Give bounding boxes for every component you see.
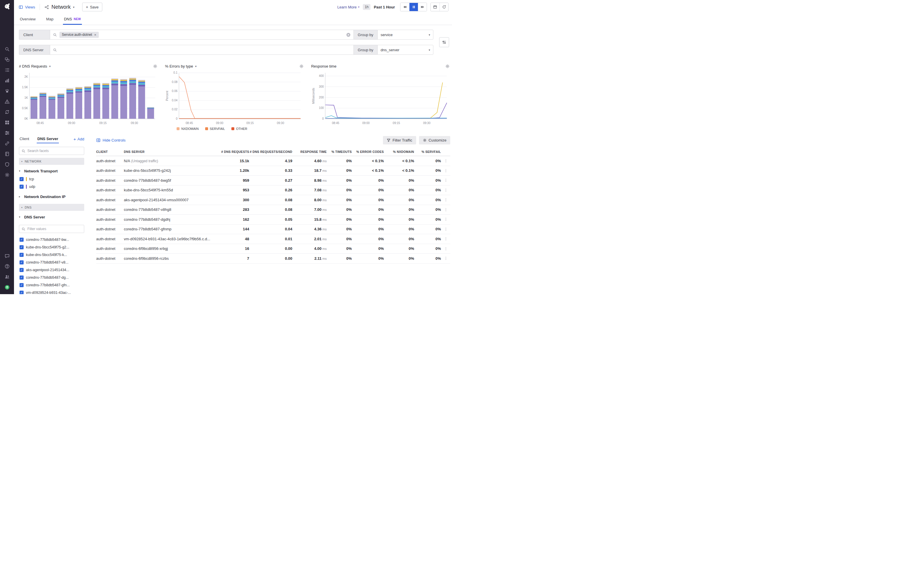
host-map-icon[interactable]: [0, 54, 14, 65]
monitors-icon[interactable]: [0, 96, 14, 107]
watchdog-icon[interactable]: [0, 86, 14, 96]
pause-button[interactable]: [409, 3, 418, 11]
users-icon[interactable]: [0, 271, 14, 282]
facet-group-network-transport[interactable]: ▾Network Transport: [19, 167, 84, 175]
facet-section-network[interactable]: ▾NETWORK: [19, 158, 84, 165]
facet-item[interactable]: ✓kube-dns-5bcc549f75-g2...: [19, 243, 84, 251]
fast-forward-button[interactable]: [418, 3, 427, 11]
infrastructure-icon[interactable]: [0, 117, 14, 128]
search-facets-input[interactable]: [27, 149, 82, 153]
checkbox[interactable]: ✓: [19, 283, 24, 287]
facet-tab-client[interactable]: Client: [19, 135, 30, 143]
column-header-response-time[interactable]: RESPONSE TIME: [293, 150, 327, 153]
time-range-label[interactable]: Past 1 Hour: [374, 5, 395, 9]
row-menu-icon[interactable]: [441, 256, 450, 260]
page-title-dropdown[interactable]: Network ▾: [44, 4, 74, 10]
facet-item[interactable]: ✓kube-dns-5bcc549f75-k...: [19, 251, 84, 259]
dns-server-search-input[interactable]: [50, 45, 354, 55]
row-menu-icon[interactable]: [441, 178, 450, 182]
facet-item[interactable]: ✓coredns-77b8db5487-dg...: [19, 274, 84, 281]
notebooks-icon[interactable]: [0, 148, 14, 159]
checkbox[interactable]: ✓: [19, 291, 24, 294]
column-header--timeouts[interactable]: % TIMEOUTS: [327, 150, 352, 153]
checkbox[interactable]: ✓: [19, 245, 24, 249]
table-row[interactable]: auth-dotnetcoredns-77b8db5487-gfnmp1440.…: [96, 225, 450, 235]
time-range-badge[interactable]: 1h: [363, 4, 370, 10]
hide-controls-link[interactable]: Hide Controls: [96, 138, 126, 142]
table-row[interactable]: auth-dotnetN/A (Untagged traffic)15.1k4.…: [96, 156, 450, 166]
table-row[interactable]: auth-dotnetkube-dns-5bcc549f75-km55d9530…: [96, 186, 450, 195]
table-row[interactable]: auth-dotnetvm-d0928524-b931-43ac-4c83-1e…: [96, 234, 450, 244]
synthetics-icon[interactable]: [0, 107, 14, 117]
security-icon[interactable]: [0, 159, 14, 170]
facet-group-dns-server[interactable]: ▾DNS Server: [19, 213, 84, 221]
checkbox[interactable]: ✓: [19, 184, 24, 189]
remove-tag-icon[interactable]: ×: [94, 33, 96, 37]
checkbox[interactable]: ✓: [19, 260, 24, 265]
customize-button[interactable]: Customize: [419, 136, 450, 145]
client-group-by-select[interactable]: service▾: [378, 30, 433, 39]
facet-item[interactable]: ✓coredns-77b8db5487-v8...: [19, 259, 84, 266]
table-row[interactable]: auth-dotnetcoredns-6f9bcd8956-xrbgj160.0…: [96, 244, 450, 254]
facet-section-dns[interactable]: ▾DNS: [19, 204, 84, 211]
checkbox[interactable]: ✓: [19, 238, 24, 242]
column-header-dns-server[interactable]: DNS SERVER: [124, 150, 217, 153]
facet-filter-input[interactable]: [27, 227, 82, 231]
apm-icon[interactable]: [0, 138, 14, 148]
chart-settings-button[interactable]: [299, 64, 303, 68]
table-row[interactable]: auth-dotnetaks-agentpool-21451434-vmss00…: [96, 195, 450, 205]
chart-settings-button[interactable]: [153, 64, 157, 68]
tab-dns[interactable]: DNS NEW: [63, 14, 82, 25]
swap-group-by-button[interactable]: [439, 37, 449, 47]
row-menu-icon[interactable]: [441, 159, 450, 163]
facet-tab-dns-server[interactable]: DNS Server: [37, 135, 59, 143]
row-menu-icon[interactable]: [441, 247, 450, 251]
column-header--nxdomain[interactable]: % NXDOMAIN: [384, 150, 415, 153]
dns-requests-metric-dropdown[interactable]: # DNS Requests▾: [19, 64, 51, 68]
column-header-client[interactable]: CLIENT: [96, 150, 124, 153]
facet-item[interactable]: ✓udp: [19, 183, 84, 191]
filter-traffic-button[interactable]: Filter Traffic: [383, 136, 416, 145]
filter-tag[interactable]: Service:auth-dotnet ×: [60, 32, 99, 38]
learn-more-link[interactable]: Learn More ▾: [337, 5, 359, 9]
clear-input-icon[interactable]: [346, 33, 351, 37]
upgrade-icon[interactable]: [0, 282, 14, 292]
facet-group-network-destination-ip[interactable]: ▸Network Destination IP: [19, 192, 84, 201]
checkbox[interactable]: ✓: [19, 253, 24, 257]
facet-item[interactable]: ✓coredns-77b8db5487-gfn...: [19, 281, 84, 289]
chart-settings-button[interactable]: [445, 64, 450, 68]
tab-overview[interactable]: Overview: [19, 14, 36, 25]
table-row[interactable]: auth-dotnetcoredns-77b8db5487-bwg5f9590.…: [96, 176, 450, 186]
settings-icon[interactable]: [0, 170, 14, 180]
chat-icon[interactable]: [0, 251, 14, 261]
client-search-input[interactable]: Service:auth-dotnet ×: [50, 30, 354, 39]
row-menu-icon[interactable]: [441, 169, 450, 173]
facet-item[interactable]: ✓tcp: [19, 175, 84, 183]
dns-server-group-by-select[interactable]: dns_server▾: [378, 45, 433, 55]
add-facet-button[interactable]: + Add: [73, 137, 84, 142]
table-row[interactable]: auth-dotnetkube-dns-5bcc549f75-g242j1.20…: [96, 166, 450, 176]
checkbox[interactable]: ✓: [19, 268, 24, 272]
row-menu-icon[interactable]: [441, 198, 450, 202]
table-row[interactable]: auth-dotnetcoredns-77b8db5487-v8hg82830.…: [96, 205, 450, 215]
processes-icon[interactable]: [0, 128, 14, 138]
legend-item[interactable]: SERVFAIL: [205, 127, 225, 131]
checkbox[interactable]: ✓: [19, 276, 24, 280]
row-menu-icon[interactable]: [441, 227, 450, 231]
facet-item[interactable]: ✓coredns-77b8db5487-bw...: [19, 236, 84, 243]
column-header--dns-requests-second[interactable]: # DNS REQUESTS/SECOND: [250, 150, 293, 153]
events-icon[interactable]: [0, 65, 14, 75]
help-icon[interactable]: [0, 261, 14, 271]
refresh-button[interactable]: [439, 3, 448, 11]
facet-item[interactable]: ✓vm-d0928524-b931-43ac-...: [19, 289, 84, 294]
metrics-icon[interactable]: [0, 75, 14, 86]
checkbox[interactable]: ✓: [19, 177, 24, 181]
save-button[interactable]: + Save: [82, 3, 103, 11]
legend-item[interactable]: OTHER: [231, 127, 247, 131]
column-header--dns-requests[interactable]: # DNS REQUESTS: [217, 150, 250, 153]
datadog-logo[interactable]: [0, 0, 14, 14]
legend-item[interactable]: NXDOMAIN: [177, 127, 198, 131]
row-menu-icon[interactable]: [441, 208, 450, 212]
row-menu-icon[interactable]: [441, 188, 450, 192]
row-menu-icon[interactable]: [441, 217, 450, 221]
